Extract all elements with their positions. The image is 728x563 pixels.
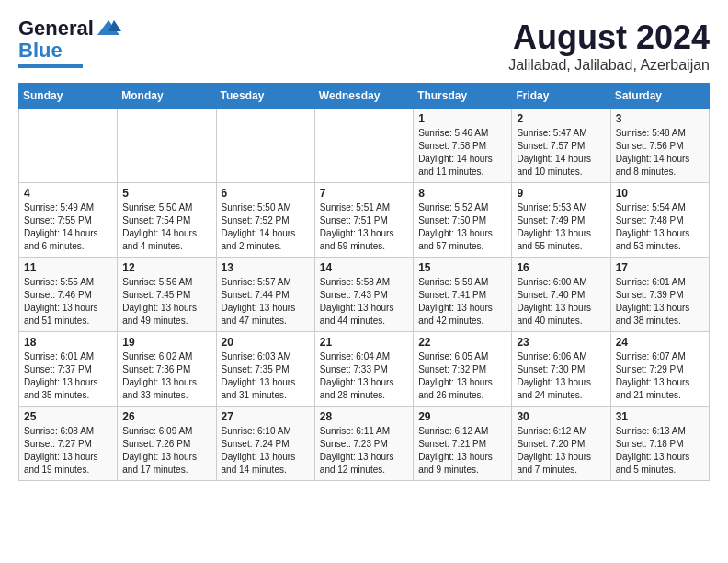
calendar-cell: 21Sunrise: 6:04 AM Sunset: 7:33 PM Dayli… (314, 332, 413, 407)
day-number: 12 (122, 261, 210, 274)
day-number: 25 (24, 410, 112, 423)
day-number: 17 (616, 261, 704, 274)
calendar-cell: 7Sunrise: 5:51 AM Sunset: 7:51 PM Daylig… (314, 183, 413, 258)
calendar-cell: 29Sunrise: 6:12 AM Sunset: 7:21 PM Dayli… (414, 407, 512, 481)
day-number: 14 (320, 261, 408, 274)
day-info: Sunrise: 6:07 AM Sunset: 7:29 PM Dayligh… (616, 350, 704, 402)
calendar-week-row: 1Sunrise: 5:46 AM Sunset: 7:58 PM Daylig… (19, 109, 710, 183)
day-number: 28 (320, 410, 408, 423)
day-number: 8 (418, 187, 506, 200)
location: Jalilabad, Jalilabad, Azerbaijan (508, 57, 710, 74)
logo-line (18, 64, 83, 68)
calendar-week-row: 25Sunrise: 6:08 AM Sunset: 7:27 PM Dayli… (19, 407, 710, 481)
day-info: Sunrise: 5:57 AM Sunset: 7:44 PM Dayligh… (222, 276, 310, 327)
calendar-cell: 15Sunrise: 5:59 AM Sunset: 7:41 PM Dayli… (414, 258, 512, 332)
day-info: Sunrise: 5:55 AM Sunset: 7:46 PM Dayligh… (24, 276, 112, 327)
day-number: 29 (418, 410, 506, 423)
day-number: 26 (122, 410, 210, 423)
day-info: Sunrise: 5:59 AM Sunset: 7:41 PM Dayligh… (418, 276, 506, 327)
calendar-cell: 18Sunrise: 6:01 AM Sunset: 7:37 PM Dayli… (19, 332, 118, 407)
calendar-cell: 2Sunrise: 5:47 AM Sunset: 7:57 PM Daylig… (512, 109, 610, 183)
calendar-cell: 12Sunrise: 5:56 AM Sunset: 7:45 PM Dayli… (118, 258, 216, 332)
calendar-cell: 22Sunrise: 6:05 AM Sunset: 7:32 PM Dayli… (414, 332, 512, 407)
day-number: 24 (616, 336, 704, 349)
calendar-cell (314, 109, 413, 183)
title-section: August 2024 Jalilabad, Jalilabad, Azerba… (508, 18, 710, 74)
day-number: 16 (517, 261, 605, 274)
day-number: 2 (517, 112, 605, 125)
calendar-cell: 13Sunrise: 5:57 AM Sunset: 7:44 PM Dayli… (216, 258, 314, 332)
day-number: 1 (418, 112, 506, 125)
day-number: 27 (222, 410, 310, 423)
calendar-cell: 24Sunrise: 6:07 AM Sunset: 7:29 PM Dayli… (610, 332, 709, 407)
logo-blue-text: Blue (18, 39, 63, 63)
day-number: 5 (122, 187, 210, 200)
day-number: 13 (222, 261, 310, 274)
day-info: Sunrise: 6:11 AM Sunset: 7:23 PM Dayligh… (320, 425, 408, 477)
day-info: Sunrise: 5:50 AM Sunset: 7:52 PM Dayligh… (222, 201, 310, 253)
day-info: Sunrise: 6:00 AM Sunset: 7:40 PM Dayligh… (517, 276, 605, 327)
calendar-cell: 17Sunrise: 6:01 AM Sunset: 7:39 PM Dayli… (610, 258, 709, 332)
day-number: 9 (517, 187, 605, 200)
calendar-cell: 31Sunrise: 6:13 AM Sunset: 7:18 PM Dayli… (610, 407, 709, 481)
page-header: General Blue August 2024 Jalilabad, Jali… (18, 18, 710, 74)
calendar-cell: 3Sunrise: 5:48 AM Sunset: 7:56 PM Daylig… (610, 109, 709, 183)
month-title: August 2024 (508, 18, 710, 57)
day-info: Sunrise: 6:06 AM Sunset: 7:30 PM Dayligh… (517, 350, 605, 402)
calendar-cell (216, 109, 314, 183)
day-number: 10 (616, 187, 704, 200)
day-info: Sunrise: 6:08 AM Sunset: 7:27 PM Dayligh… (24, 425, 112, 477)
calendar-cell: 19Sunrise: 6:02 AM Sunset: 7:36 PM Dayli… (118, 332, 216, 407)
calendar-cell: 26Sunrise: 6:09 AM Sunset: 7:26 PM Dayli… (118, 407, 216, 481)
logo-icon (96, 18, 121, 39)
day-info: Sunrise: 6:04 AM Sunset: 7:33 PM Dayligh… (320, 350, 408, 402)
day-number: 20 (222, 336, 310, 349)
calendar-table: SundayMondayTuesdayWednesdayThursdayFrid… (18, 83, 710, 481)
column-header-thursday: Thursday (414, 84, 512, 109)
calendar-cell: 10Sunrise: 5:54 AM Sunset: 7:48 PM Dayli… (610, 183, 709, 258)
calendar-cell: 11Sunrise: 5:55 AM Sunset: 7:46 PM Dayli… (19, 258, 118, 332)
day-number: 3 (616, 112, 704, 125)
day-number: 23 (517, 336, 605, 349)
calendar-cell: 27Sunrise: 6:10 AM Sunset: 7:24 PM Dayli… (216, 407, 314, 481)
logo: General Blue (18, 18, 121, 68)
day-info: Sunrise: 5:58 AM Sunset: 7:43 PM Dayligh… (320, 276, 408, 327)
column-header-friday: Friday (512, 84, 610, 109)
calendar-week-row: 18Sunrise: 6:01 AM Sunset: 7:37 PM Dayli… (19, 332, 710, 407)
day-number: 18 (24, 336, 112, 349)
day-info: Sunrise: 6:01 AM Sunset: 7:37 PM Dayligh… (24, 350, 112, 402)
calendar-cell: 23Sunrise: 6:06 AM Sunset: 7:30 PM Dayli… (512, 332, 610, 407)
column-header-monday: Monday (118, 84, 216, 109)
day-info: Sunrise: 5:49 AM Sunset: 7:55 PM Dayligh… (24, 201, 112, 253)
day-info: Sunrise: 6:09 AM Sunset: 7:26 PM Dayligh… (122, 425, 210, 477)
calendar-cell: 9Sunrise: 5:53 AM Sunset: 7:49 PM Daylig… (512, 183, 610, 258)
calendar-cell: 1Sunrise: 5:46 AM Sunset: 7:58 PM Daylig… (414, 109, 512, 183)
day-info: Sunrise: 5:56 AM Sunset: 7:45 PM Dayligh… (122, 276, 210, 327)
day-info: Sunrise: 6:01 AM Sunset: 7:39 PM Dayligh… (616, 276, 704, 327)
calendar-week-row: 11Sunrise: 5:55 AM Sunset: 7:46 PM Dayli… (19, 258, 710, 332)
day-info: Sunrise: 5:52 AM Sunset: 7:50 PM Dayligh… (418, 201, 506, 253)
calendar-cell (118, 109, 216, 183)
day-info: Sunrise: 6:03 AM Sunset: 7:35 PM Dayligh… (222, 350, 310, 402)
day-number: 21 (320, 336, 408, 349)
day-info: Sunrise: 5:53 AM Sunset: 7:49 PM Dayligh… (517, 201, 605, 253)
calendar-cell: 14Sunrise: 5:58 AM Sunset: 7:43 PM Dayli… (314, 258, 413, 332)
day-info: Sunrise: 6:12 AM Sunset: 7:21 PM Dayligh… (418, 425, 506, 477)
day-number: 31 (616, 410, 704, 423)
column-header-wednesday: Wednesday (314, 84, 413, 109)
calendar-cell: 30Sunrise: 6:12 AM Sunset: 7:20 PM Dayli… (512, 407, 610, 481)
day-number: 22 (418, 336, 506, 349)
day-info: Sunrise: 5:50 AM Sunset: 7:54 PM Dayligh… (122, 201, 210, 253)
day-number: 6 (222, 187, 310, 200)
logo-general: General (18, 18, 94, 39)
day-number: 4 (24, 187, 112, 200)
calendar-cell: 20Sunrise: 6:03 AM Sunset: 7:35 PM Dayli… (216, 332, 314, 407)
day-number: 15 (418, 261, 506, 274)
day-info: Sunrise: 6:13 AM Sunset: 7:18 PM Dayligh… (616, 425, 704, 477)
calendar-header-row: SundayMondayTuesdayWednesdayThursdayFrid… (19, 84, 710, 109)
day-info: Sunrise: 5:48 AM Sunset: 7:56 PM Dayligh… (616, 127, 704, 178)
day-number: 11 (24, 261, 112, 274)
day-info: Sunrise: 5:47 AM Sunset: 7:57 PM Dayligh… (517, 127, 605, 178)
column-header-tuesday: Tuesday (216, 84, 314, 109)
calendar-cell: 16Sunrise: 6:00 AM Sunset: 7:40 PM Dayli… (512, 258, 610, 332)
